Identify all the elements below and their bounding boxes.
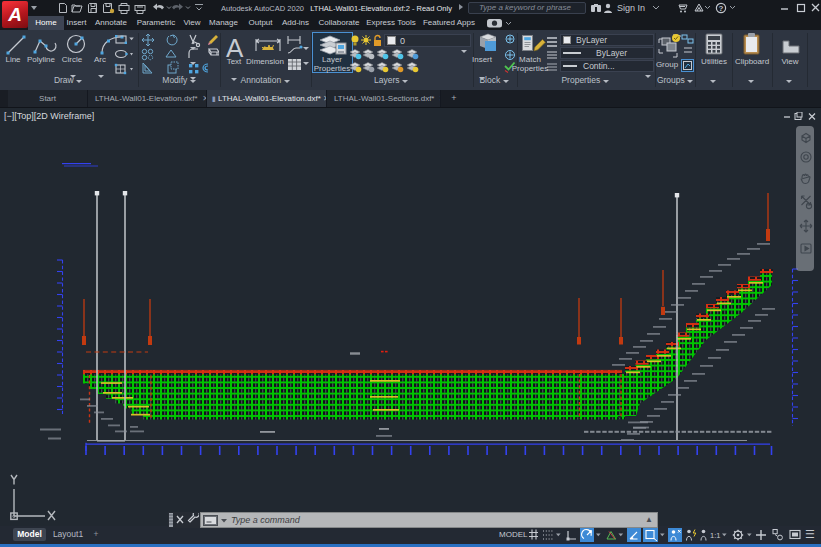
svg-text:?: ? <box>719 4 724 13</box>
svg-text:Sign In: Sign In <box>617 3 645 13</box>
svg-text:1:1: 1:1 <box>710 531 720 540</box>
